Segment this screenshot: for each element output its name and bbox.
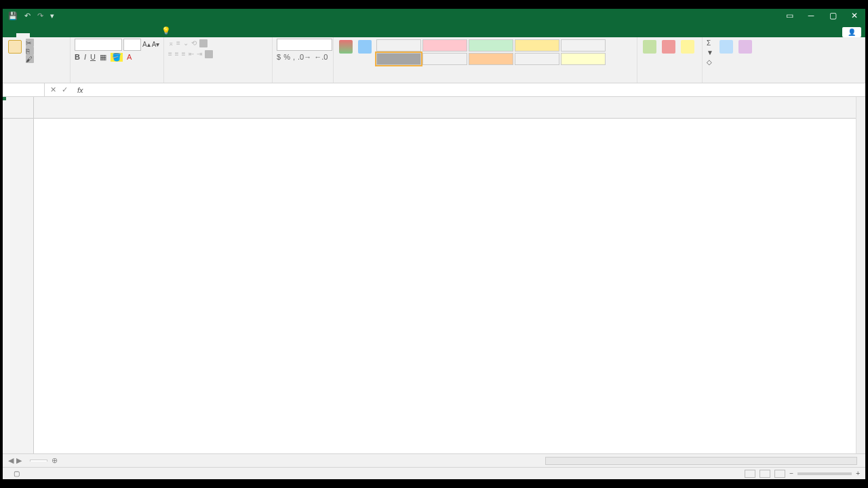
currency-icon[interactable]: $ <box>277 53 281 61</box>
indent-inc-icon[interactable]: ⇥ <box>197 49 202 59</box>
ribbon-options-icon[interactable]: ▭ <box>778 11 800 20</box>
cancel-formula-icon[interactable]: ✕ <box>50 85 56 94</box>
sort-filter-button[interactable] <box>718 39 734 56</box>
page-layout-view-icon[interactable] <box>760 470 770 478</box>
wrap-text-button[interactable] <box>199 39 210 48</box>
style-calculation[interactable] <box>561 39 606 52</box>
font-group-label <box>75 82 159 83</box>
sheet-nav-next-icon[interactable]: ▶ <box>16 456 22 465</box>
zoom-slider[interactable] <box>797 472 852 475</box>
italic-button[interactable]: I <box>84 53 86 62</box>
fill-button[interactable]: ▼ <box>707 48 715 58</box>
align-middle-icon[interactable]: ≡ <box>176 39 180 48</box>
paste-icon <box>8 40 22 54</box>
style-normal[interactable] <box>376 39 421 52</box>
paste-button[interactable] <box>7 39 23 56</box>
align-top-icon[interactable]: ⌅ <box>168 39 174 48</box>
cut-button[interactable]: ✂ <box>26 39 36 47</box>
bold-button[interactable]: B <box>75 53 80 62</box>
increase-decimal-icon[interactable]: .0→ <box>298 53 311 61</box>
conditional-formatting-button[interactable] <box>338 39 354 56</box>
align-bottom-icon[interactable]: ⌄ <box>183 39 189 48</box>
cells-group-label <box>642 82 698 83</box>
insert-cells-button[interactable] <box>642 39 658 56</box>
find-select-button[interactable] <box>737 39 753 56</box>
name-box[interactable] <box>3 83 45 96</box>
table-icon <box>358 40 372 54</box>
align-left-icon[interactable]: ≡ <box>168 49 172 59</box>
find-icon <box>738 40 752 54</box>
align-right-icon[interactable]: ≡ <box>182 49 186 59</box>
clipboard-group-label <box>7 82 66 83</box>
vertical-scrollbar[interactable] <box>856 97 865 453</box>
style-input[interactable] <box>469 53 513 65</box>
eraser-icon: ◇ <box>707 58 712 67</box>
font-color-button[interactable]: A <box>127 53 132 62</box>
brush-icon: 🖌 <box>26 55 34 63</box>
sigma-icon: Σ <box>707 39 711 48</box>
indent-dec-icon[interactable]: ⇤ <box>189 49 194 59</box>
number-format-select[interactable] <box>277 39 332 51</box>
normal-view-icon[interactable] <box>745 470 755 478</box>
sheet-tab-bar: ◀ ▶ ⊕ <box>3 453 865 467</box>
format-painter-button[interactable]: 🖌 <box>26 55 36 63</box>
decrease-font-icon[interactable]: A▾ <box>152 39 160 51</box>
underline-button[interactable]: U <box>90 53 96 62</box>
orientation-icon[interactable]: ⟲ <box>191 39 197 48</box>
align-center-icon[interactable]: ≡ <box>175 49 179 59</box>
style-linked-cell[interactable] <box>515 53 559 65</box>
page-break-view-icon[interactable] <box>774 470 785 478</box>
save-icon[interactable]: 💾 <box>8 12 18 20</box>
macro-record-icon[interactable]: ▢ <box>14 470 20 477</box>
cell-styles-gallery[interactable] <box>376 39 606 66</box>
zoom-in-icon[interactable]: + <box>856 470 860 477</box>
copy-button[interactable]: ⎘ <box>26 47 36 55</box>
style-neutral[interactable] <box>515 39 559 52</box>
add-sheet-button[interactable]: ⊕ <box>52 456 58 465</box>
decrease-decimal-icon[interactable]: ←.0 <box>314 53 328 61</box>
clear-button[interactable]: ◇ <box>707 58 715 67</box>
select-all-button[interactable] <box>3 97 34 119</box>
sheet-nav-prev-icon[interactable]: ◀ <box>8 456 14 465</box>
minimize-icon[interactable]: ─ <box>800 11 822 20</box>
scissors-icon: ✂ <box>26 39 34 47</box>
style-good[interactable] <box>469 39 513 52</box>
wrap-icon <box>199 39 208 47</box>
undo-icon[interactable]: ↶ <box>24 12 31 20</box>
tell-me-search[interactable]: 💡 <box>157 24 178 37</box>
font-size-input[interactable] <box>123 39 141 51</box>
fx-icon[interactable]: fx <box>73 86 87 94</box>
percent-icon[interactable]: % <box>283 53 290 61</box>
style-explanatory[interactable] <box>422 53 467 65</box>
ribbon: ✂ ⎘ 🖌 A▴ A▾ B I U ▦ <box>3 37 865 83</box>
style-note[interactable] <box>561 53 606 65</box>
sign-in-link[interactable] <box>831 27 840 37</box>
format-cells-button[interactable] <box>679 39 696 56</box>
horizontal-scrollbar[interactable] <box>545 457 857 465</box>
redo-icon[interactable]: ↷ <box>37 12 43 20</box>
lightbulb-icon: 💡 <box>161 26 171 35</box>
style-bad[interactable] <box>422 39 467 52</box>
font-name-input[interactable] <box>75 39 122 51</box>
zoom-out-icon[interactable]: − <box>789 470 793 477</box>
enter-formula-icon[interactable]: ✓ <box>62 85 68 94</box>
qat-dropdown-icon[interactable]: ▾ <box>50 12 54 20</box>
autosum-button[interactable]: Σ <box>707 39 715 48</box>
worksheet-grid[interactable] <box>3 97 865 453</box>
sheet-tab-sheet1[interactable] <box>30 460 47 462</box>
merge-center-button[interactable] <box>205 49 215 59</box>
increase-font-icon[interactable]: A▴ <box>142 39 151 51</box>
border-button[interactable]: ▦ <box>100 53 106 62</box>
column-headers[interactable] <box>34 97 856 119</box>
close-icon[interactable]: ✕ <box>844 11 865 20</box>
formula-bar: ✕ ✓ fx <box>3 83 865 97</box>
fill-color-button[interactable]: 🪣 <box>111 53 123 62</box>
comma-icon[interactable]: , <box>293 53 295 61</box>
format-as-table-button[interactable] <box>357 39 373 56</box>
row-headers[interactable] <box>3 119 34 453</box>
number-group-label <box>277 82 329 83</box>
delete-cells-button[interactable] <box>660 39 677 56</box>
maximize-icon[interactable]: ▢ <box>822 11 844 20</box>
style-check-cell[interactable] <box>376 53 421 65</box>
share-button[interactable]: 👤 <box>842 27 861 37</box>
